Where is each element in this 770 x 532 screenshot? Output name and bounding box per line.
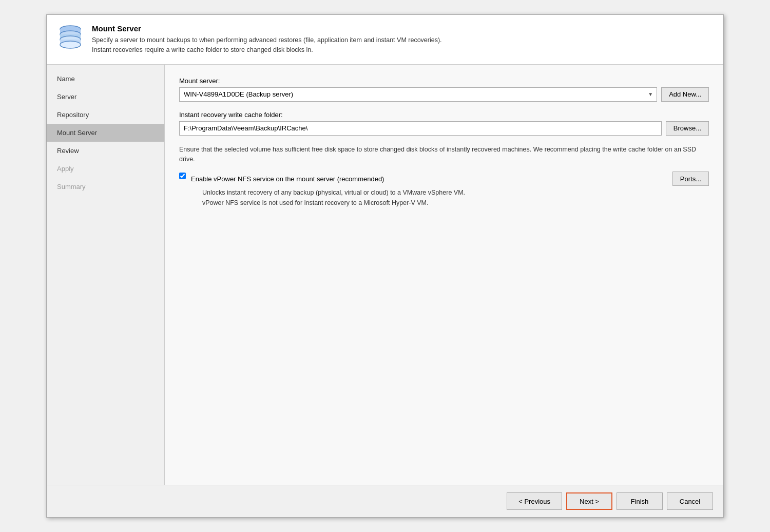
- next-button[interactable]: Next >: [566, 492, 612, 510]
- mount-server-group: Mount server: WIN-V4899A1D0DE (Backup se…: [179, 77, 709, 102]
- dialog-body: Name Server Repository Mount Server Revi…: [47, 65, 723, 485]
- sidebar-item-server[interactable]: Server: [47, 88, 164, 106]
- svg-point-6: [60, 41, 81, 48]
- cache-folder-info: Ensure that the selected volume has suff…: [179, 145, 709, 165]
- nfs-checkbox-label: Enable vPower NFS service on the mount s…: [191, 175, 667, 183]
- nfs-checkbox-content: Enable vPower NFS service on the mount s…: [191, 172, 709, 208]
- cache-folder-input-row: Browse...: [179, 121, 709, 136]
- sidebar-item-review[interactable]: Review: [47, 142, 164, 160]
- header-description: Specify a server to mount backups to whe…: [92, 35, 442, 55]
- sidebar: Name Server Repository Mount Server Revi…: [47, 65, 165, 485]
- nfs-checkbox-row: Enable vPower NFS service on the mount s…: [179, 172, 709, 208]
- mount-server-label: Mount server:: [179, 77, 709, 85]
- main-dialog: Mount Server Specify a server to mount b…: [46, 14, 724, 518]
- cancel-button[interactable]: Cancel: [667, 492, 713, 510]
- header-text-block: Mount Server Specify a server to mount b…: [92, 24, 442, 55]
- ports-button[interactable]: Ports...: [672, 172, 709, 186]
- nfs-checkbox-description: Unlocks instant recovery of any backup (…: [202, 188, 709, 208]
- header-title: Mount Server: [92, 24, 442, 33]
- previous-button[interactable]: < Previous: [507, 492, 562, 510]
- cache-folder-label: Instant recovery write cache folder:: [179, 111, 709, 119]
- mount-server-select-wrapper: WIN-V4899A1D0DE (Backup server) ▼: [179, 87, 657, 102]
- dialog-header: Mount Server Specify a server to mount b…: [47, 15, 723, 65]
- content-area: Mount server: WIN-V4899A1D0DE (Backup se…: [165, 65, 723, 485]
- mount-server-input-row: WIN-V4899A1D0DE (Backup server) ▼ Add Ne…: [179, 87, 709, 102]
- dialog-footer: < Previous Next > Finish Cancel: [47, 485, 723, 517]
- add-new-button[interactable]: Add New...: [661, 87, 709, 102]
- sidebar-item-name[interactable]: Name: [47, 70, 164, 88]
- sidebar-item-apply: Apply: [47, 160, 164, 178]
- cache-folder-input[interactable]: [179, 121, 662, 136]
- cache-folder-group: Instant recovery write cache folder: Bro…: [179, 111, 709, 136]
- mount-server-select[interactable]: WIN-V4899A1D0DE (Backup server): [179, 87, 657, 102]
- sidebar-item-summary: Summary: [47, 178, 164, 196]
- sidebar-item-repository[interactable]: Repository: [47, 106, 164, 124]
- nfs-checkbox[interactable]: [179, 173, 186, 179]
- browse-button[interactable]: Browse...: [666, 121, 709, 136]
- database-icon: [57, 24, 84, 51]
- finish-button[interactable]: Finish: [617, 492, 663, 510]
- sidebar-item-mount-server[interactable]: Mount Server: [47, 124, 164, 142]
